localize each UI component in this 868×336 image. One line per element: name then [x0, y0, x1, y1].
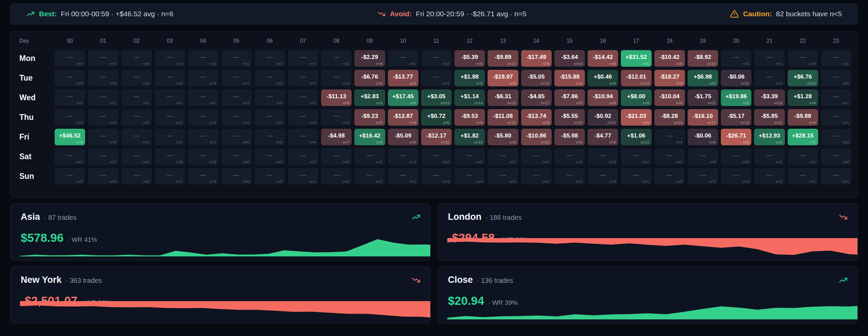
heatmap-cell[interactable]: —n=1 [121, 89, 152, 106]
heatmap-cell[interactable]: —n=1 [55, 148, 85, 165]
heatmap-cell[interactable]: —n=0 [821, 148, 851, 165]
heatmap-cell[interactable]: -$12.87n=9 [388, 109, 418, 126]
heatmap-cell[interactable]: —n=4 [454, 168, 485, 185]
heatmap-cell[interactable]: —n=3 [88, 129, 118, 145]
heatmap-cell[interactable]: —n=0 [155, 148, 185, 165]
heatmap-cell[interactable]: —n=2 [421, 148, 452, 165]
heatmap-cell[interactable]: -$5.09n=6 [388, 129, 418, 145]
heatmap-cell[interactable]: —n=1 [221, 70, 252, 86]
heatmap-cell[interactable]: —n=3 [288, 89, 318, 106]
heatmap-cell[interactable]: -$26.71n=5 [721, 129, 751, 145]
heatmap-cell[interactable]: -$10.86n=10 [521, 129, 552, 145]
heatmap-cell[interactable]: —n=2 [188, 109, 218, 126]
heatmap-cell[interactable]: —n=3 [88, 50, 118, 67]
heatmap-cell[interactable]: -$0.92n=12 [588, 109, 618, 126]
heatmap-cell[interactable]: -$19.97n=9 [488, 70, 518, 86]
heatmap-cell[interactable]: —n=4 [288, 109, 318, 126]
heatmap-cell[interactable]: -$2.29n=6 [354, 50, 385, 67]
heatmap-cell[interactable]: —n=1 [121, 148, 152, 165]
heatmap-cell[interactable]: —n=1 [155, 168, 185, 185]
heatmap-cell[interactable]: —n=4 [88, 109, 118, 126]
session-card-close[interactable]: Close· 136 trades$20.94· WR 39% [437, 266, 858, 324]
heatmap-cell[interactable]: —n=0 [188, 148, 218, 165]
heatmap-cell[interactable]: —n=0 [88, 70, 118, 86]
heatmap-cell[interactable]: -$0.06n=11 [721, 70, 751, 86]
heatmap-cell[interactable]: +$3.05n=13 [421, 89, 452, 106]
heatmap-cell[interactable]: -$9.53n=9 [454, 109, 485, 126]
heatmap-cell[interactable]: +$6.98n=6 [688, 70, 718, 86]
heatmap-cell[interactable]: -$0.06n=6 [688, 129, 718, 145]
heatmap-cell[interactable]: —n=3 [754, 148, 785, 165]
heatmap-cell[interactable]: —n=1 [155, 129, 185, 145]
heatmap-cell[interactable]: —n=2 [55, 89, 85, 106]
heatmap-cell[interactable]: —n=1 [421, 70, 452, 86]
heatmap-cell[interactable]: —n=1 [121, 129, 152, 145]
heatmap-cell[interactable]: +$2.83n=5 [354, 89, 385, 106]
heatmap-cell[interactable]: —n=1 [754, 50, 785, 67]
heatmap-cell[interactable]: —n=1 [88, 148, 118, 165]
heatmap-cell[interactable]: -$13.74n=9 [521, 109, 552, 126]
heatmap-cell[interactable]: —n=1 [788, 148, 818, 165]
heatmap-cell[interactable]: -$11.13n=9 [321, 89, 352, 106]
heatmap-cell[interactable]: —n=0 [55, 168, 85, 185]
heatmap-cell[interactable]: —n=0 [554, 168, 585, 185]
heatmap-cell[interactable]: —n=2 [155, 109, 185, 126]
heatmap-cell[interactable]: —n=1 [654, 148, 685, 165]
heatmap-cell[interactable]: —n=0 [88, 168, 118, 185]
heatmap-cell[interactable]: +$31.52n=5 [621, 50, 651, 67]
heatmap-cell[interactable]: —n=1 [488, 148, 518, 165]
heatmap-cell[interactable]: -$8.92n=10 [688, 50, 718, 67]
heatmap-cell[interactable]: —n=4 [288, 129, 318, 145]
heatmap-cell[interactable]: —n=3 [488, 168, 518, 185]
heatmap-cell[interactable]: +$17.45n=9 [388, 89, 418, 106]
heatmap-cell[interactable]: —n=3 [721, 148, 751, 165]
session-card-asia[interactable]: Asia· 87 trades$578.96· WR 41% [10, 203, 431, 261]
heatmap-cell[interactable]: -$12.01n=13 [621, 70, 651, 86]
heatmap-cell[interactable]: —n=1 [188, 89, 218, 106]
heatmap-cell[interactable]: —n=4 [688, 148, 718, 165]
heatmap-cell[interactable]: —n=2 [255, 70, 285, 86]
heatmap-cell[interactable]: -$9.89n=12 [488, 50, 518, 67]
heatmap-cell[interactable]: —n=3 [421, 50, 452, 67]
heatmap-cell[interactable]: —n=3 [421, 168, 452, 185]
heatmap-cell[interactable]: -$10.42n=6 [654, 50, 685, 67]
heatmap-cell[interactable]: —n=0 [255, 109, 285, 126]
heatmap-cell[interactable]: —n=0 [221, 148, 252, 165]
heatmap-cell[interactable]: -$21.03n=9 [621, 109, 651, 126]
heatmap-cell[interactable]: —n=4 [321, 70, 352, 86]
heatmap-cell[interactable]: -$5.05n=15 [521, 70, 552, 86]
heatmap-cell[interactable]: +$8.00n=9 [621, 89, 651, 106]
heatmap-cell[interactable]: —n=1 [255, 50, 285, 67]
heatmap-cell[interactable]: -$8.28n=19 [654, 109, 685, 126]
heatmap-cell[interactable]: -$14.42n=8 [588, 50, 618, 67]
heatmap-cell[interactable]: +$6.76n=12 [788, 70, 818, 86]
heatmap-cell[interactable]: +$1.06n=13 [621, 129, 651, 145]
heatmap-cell[interactable]: —n=3 [721, 168, 751, 185]
heatmap-cell[interactable]: —n=2 [821, 129, 851, 145]
heatmap-cell[interactable]: -$1.75n=11 [688, 89, 718, 106]
heatmap-cell[interactable]: +$19.86n=9 [721, 89, 751, 106]
heatmap-cell[interactable]: —n=0 [121, 50, 152, 67]
heatmap-cell[interactable]: -$4.85n=17 [521, 89, 552, 106]
heatmap-cell[interactable]: —n=1 [388, 50, 418, 67]
heatmap-cell[interactable]: —n=0 [55, 50, 85, 67]
heatmap-cell[interactable]: -$10.04n=6 [654, 89, 685, 106]
heatmap-cell[interactable]: +$28.15n=5 [788, 129, 818, 145]
heatmap-cell[interactable]: —n=2 [454, 148, 485, 165]
heatmap-cell[interactable]: —n=3 [721, 50, 751, 67]
heatmap-cell[interactable]: +$1.14n=14 [454, 89, 485, 106]
heatmap-cell[interactable]: —n=1 [521, 168, 552, 185]
heatmap-cell[interactable]: -$18.27n=9 [654, 70, 685, 86]
heatmap-cell[interactable]: —n=4 [321, 109, 352, 126]
heatmap-cell[interactable]: -$5.39n=6 [454, 50, 485, 67]
heatmap-cell[interactable]: -$17.49n=9 [521, 50, 552, 67]
heatmap-cell[interactable]: —n=3 [188, 70, 218, 86]
heatmap-cell[interactable]: -$3.39n=18 [754, 89, 785, 106]
heatmap-cell[interactable]: -$11.08n=15 [488, 109, 518, 126]
heatmap-cell[interactable]: -$9.23n=5 [354, 109, 385, 126]
heatmap-cell[interactable]: -$15.88n=9 [554, 70, 585, 86]
heatmap-cell[interactable]: —n=2 [321, 50, 352, 67]
heatmap-cell[interactable]: —n=4 [255, 89, 285, 106]
heatmap-cell[interactable]: —n=1 [188, 129, 218, 145]
heatmap-cell[interactable]: —n=4 [55, 70, 85, 86]
